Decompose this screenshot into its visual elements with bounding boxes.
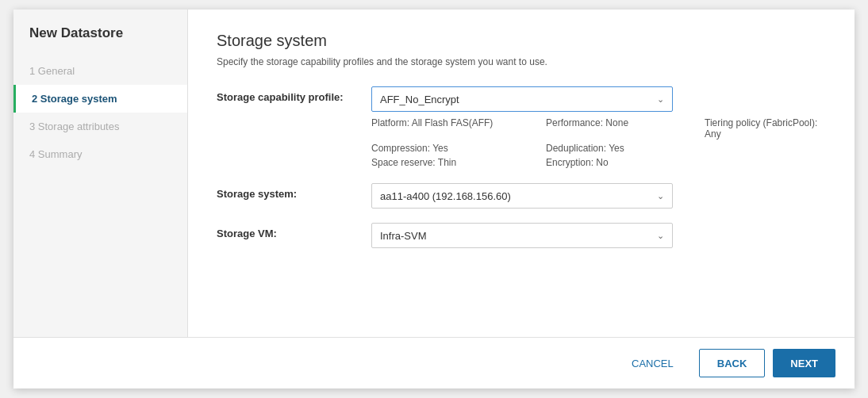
detail-platform: Platform: All Flash FAS(AFF) <box>371 117 546 140</box>
sidebar-item-summary[interactable]: 4 Summary <box>13 140 187 168</box>
cancel-button[interactable]: CANCEL <box>614 349 691 377</box>
detail-compression: Compression: Yes <box>371 142 546 155</box>
capability-details: Platform: All Flash FAS(AFF) Performance… <box>371 117 826 169</box>
storage-vm-row: Storage VM: Infra-SVM ⌄ <box>217 223 826 248</box>
chevron-down-icon: ⌄ <box>657 94 664 105</box>
section-subtitle: Specify the storage capability profiles … <box>217 56 826 67</box>
storage-system-area: aa11-a400 (192.168.156.60) ⌄ <box>371 183 826 209</box>
storage-system-label: Storage system: <box>217 183 371 200</box>
new-datastore-dialog: New Datastore 1 General 2 Storage system… <box>13 10 855 388</box>
sidebar-item-storage-system[interactable]: 2 Storage system <box>13 85 187 113</box>
storage-vm-label: Storage VM: <box>217 223 371 239</box>
storage-system-dropdown[interactable]: aa11-a400 (192.168.156.60) ⌄ <box>371 183 673 209</box>
dialog-title: New Datastore <box>13 25 187 57</box>
next-button[interactable]: NEXT <box>773 349 835 377</box>
capability-profile-label: Storage capability profile: <box>217 86 371 103</box>
section-title: Storage system <box>217 32 826 50</box>
dialog-body: New Datastore 1 General 2 Storage system… <box>13 10 855 337</box>
detail-encryption: Encryption: No <box>546 156 705 169</box>
chevron-down-icon: ⌄ <box>657 191 664 201</box>
capability-profile-dropdown[interactable]: AFF_No_Encrypt ⌄ <box>371 86 673 112</box>
back-button[interactable]: BACK <box>699 349 766 377</box>
detail-performance: Performance: None <box>546 117 705 140</box>
detail-deduplication: Deduplication: Yes <box>546 142 705 155</box>
sidebar: New Datastore 1 General 2 Storage system… <box>13 10 188 337</box>
detail-space-reserve: Space reserve: Thin <box>371 156 546 169</box>
sidebar-item-storage-attributes[interactable]: 3 Storage attributes <box>13 113 187 140</box>
capability-profile-value: AFF_No_Encrypt <box>380 94 459 105</box>
capability-profile-area: AFF_No_Encrypt ⌄ Platform: All Flash FAS… <box>371 86 826 169</box>
storage-vm-dropdown[interactable]: Infra-SVM ⌄ <box>371 223 673 248</box>
storage-vm-area: Infra-SVM ⌄ <box>371 223 826 248</box>
main-content: Storage system Specify the storage capab… <box>188 10 855 337</box>
sidebar-item-general[interactable]: 1 General <box>13 57 187 85</box>
storage-system-row: Storage system: aa11-a400 (192.168.156.6… <box>217 183 826 209</box>
chevron-down-icon: ⌄ <box>657 231 664 241</box>
detail-tiering: Tiering policy (FabricPool): Any <box>705 117 826 140</box>
dialog-footer: CANCEL BACK NEXT <box>13 337 855 388</box>
storage-vm-value: Infra-SVM <box>380 230 427 242</box>
capability-profile-row: Storage capability profile: AFF_No_Encry… <box>217 86 826 169</box>
storage-system-value: aa11-a400 (192.168.156.60) <box>380 190 511 202</box>
